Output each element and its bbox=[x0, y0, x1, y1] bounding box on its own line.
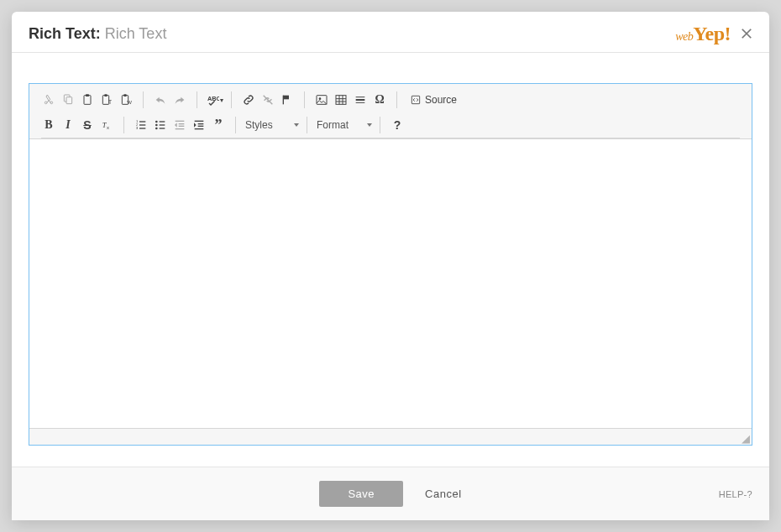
help-link[interactable]: HELP-? bbox=[719, 489, 752, 499]
logo-web: web bbox=[675, 30, 693, 43]
save-button[interactable]: Save bbox=[319, 481, 403, 507]
bold-button[interactable]: B bbox=[39, 116, 58, 134]
title-value: Rich Text bbox=[105, 25, 167, 42]
anchor-icon[interactable] bbox=[278, 91, 296, 109]
omega-glyph: Ω bbox=[375, 93, 384, 107]
spellcheck-icon[interactable]: ABC▾ bbox=[205, 91, 223, 109]
dialog-footer: Save Cancel HELP-? bbox=[12, 467, 769, 520]
title-prefix: Rich Text: bbox=[29, 25, 105, 42]
logo-yep: Yep! bbox=[693, 23, 731, 44]
svg-rect-15 bbox=[336, 96, 346, 105]
redo-icon[interactable] bbox=[170, 91, 189, 109]
svg-text:ABC: ABC bbox=[207, 95, 219, 102]
paste-word-icon[interactable]: W bbox=[117, 91, 135, 109]
blockquote-icon[interactable]: ” bbox=[209, 116, 228, 134]
paste-icon[interactable] bbox=[78, 91, 97, 109]
strike-glyph: S bbox=[83, 118, 91, 132]
help-glyph: ? bbox=[394, 118, 401, 132]
table-icon[interactable] bbox=[332, 91, 350, 109]
rich-text-dialog: Rich Text: Rich Text webYep! T bbox=[12, 12, 769, 520]
bullet-list-icon[interactable] bbox=[151, 116, 170, 134]
italic-glyph: I bbox=[66, 118, 70, 132]
remove-format-icon[interactable]: Tx bbox=[97, 116, 116, 134]
dialog-title: Rich Text: Rich Text bbox=[29, 25, 166, 43]
svg-point-33 bbox=[155, 124, 158, 127]
svg-rect-3 bbox=[86, 94, 89, 96]
svg-rect-8 bbox=[123, 94, 126, 96]
numbered-list-icon[interactable]: 123 bbox=[132, 116, 150, 134]
svg-point-14 bbox=[319, 97, 322, 100]
styles-dropdown[interactable]: Styles bbox=[238, 116, 304, 134]
cut-icon[interactable] bbox=[39, 91, 58, 109]
link-icon[interactable] bbox=[239, 91, 258, 109]
format-dropdown[interactable]: Format bbox=[310, 116, 377, 134]
editor-toolbar: T W ABC▾ bbox=[29, 84, 752, 139]
undo-icon[interactable] bbox=[151, 91, 170, 109]
special-char-icon[interactable]: Ω bbox=[370, 91, 389, 109]
paste-text-icon[interactable]: T bbox=[97, 91, 116, 109]
styles-label: Styles bbox=[245, 119, 273, 131]
toolbar-row-2: B I S Tx 123 ” Styles bbox=[34, 112, 747, 138]
editor-statusbar bbox=[29, 428, 752, 445]
chevron-down-icon bbox=[294, 123, 299, 127]
svg-rect-2 bbox=[84, 96, 91, 105]
svg-rect-12 bbox=[283, 96, 284, 105]
svg-text:W: W bbox=[127, 100, 132, 105]
unlink-icon[interactable] bbox=[259, 91, 277, 109]
close-button[interactable] bbox=[741, 25, 752, 42]
italic-button[interactable]: I bbox=[59, 116, 77, 134]
format-label: Format bbox=[317, 119, 349, 131]
about-icon[interactable]: ? bbox=[388, 116, 406, 134]
copy-icon[interactable] bbox=[59, 91, 77, 109]
bold-glyph: B bbox=[45, 118, 52, 132]
source-button[interactable]: Source bbox=[405, 91, 462, 109]
svg-point-32 bbox=[155, 121, 158, 123]
header-right: webYep! bbox=[675, 23, 752, 44]
resize-handle[interactable] bbox=[738, 431, 750, 443]
svg-text:T: T bbox=[108, 99, 112, 105]
editor-container: T W ABC▾ bbox=[29, 83, 752, 446]
svg-rect-11 bbox=[283, 96, 289, 100]
svg-rect-1 bbox=[66, 97, 72, 104]
footer-buttons: Save Cancel bbox=[319, 481, 461, 507]
editor-content-area[interactable] bbox=[29, 139, 752, 428]
webyep-logo: webYep! bbox=[675, 23, 731, 44]
strike-button[interactable]: S bbox=[78, 116, 97, 134]
cancel-button[interactable]: Cancel bbox=[425, 488, 461, 500]
indent-icon[interactable] bbox=[190, 116, 208, 134]
svg-rect-5 bbox=[104, 94, 107, 96]
svg-text:x: x bbox=[107, 125, 109, 130]
outdent-icon[interactable] bbox=[170, 116, 189, 134]
image-icon[interactable] bbox=[312, 91, 331, 109]
chevron-down-icon bbox=[367, 123, 372, 127]
horizontal-rule-icon[interactable] bbox=[351, 91, 370, 109]
svg-text:3: 3 bbox=[136, 126, 139, 130]
svg-point-34 bbox=[155, 128, 158, 130]
dialog-body: T W ABC▾ bbox=[12, 53, 769, 467]
dialog-header: Rich Text: Rich Text webYep! bbox=[12, 12, 769, 53]
source-label: Source bbox=[425, 94, 457, 106]
quote-glyph: ” bbox=[215, 119, 223, 131]
toolbar-row-1: T W ABC▾ bbox=[34, 87, 747, 112]
